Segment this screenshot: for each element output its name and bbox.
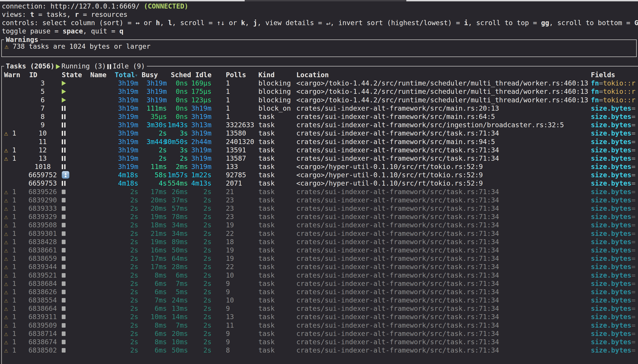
- task-row[interactable]: 83h19m35µs0ns3h19m1taskcrates/sui-indexe…: [2, 112, 638, 121]
- cell-state: [62, 188, 82, 196]
- task-row[interactable]: 113h19m3m44s30m50s2h44m2401320taskcrates…: [2, 138, 638, 146]
- field-key: fn: [591, 96, 599, 104]
- task-row[interactable]: ⚠ 1133h19m2s2s3h19m13587taskcrates/sui-i…: [2, 154, 638, 162]
- task-row[interactable]: ⚠ 168385542s7ms24ms2s10taskcrates/sui-in…: [2, 296, 638, 304]
- cell-kind: blocking: [258, 96, 296, 104]
- column-header-location[interactable]: Location: [296, 71, 590, 79]
- cell-warn: ⚠ 1: [4, 212, 28, 221]
- cell-kind: task: [258, 254, 296, 262]
- task-row[interactable]: ⚠ 168386262s6ms5ms2s9taskcrates/sui-inde…: [2, 288, 638, 296]
- column-header-fields[interactable]: Fields: [591, 71, 638, 79]
- cell-sched: 50ms: [161, 246, 188, 254]
- cell-idle: 3h19m: [184, 112, 212, 121]
- warning-icon: ⚠: [4, 221, 12, 229]
- task-row[interactable]: ⚠ 168395092s8ms7ms2s11taskcrates/sui-ind…: [2, 321, 638, 330]
- cell-id: 6839290: [27, 196, 58, 204]
- cell-location: crates/sui-indexer-alt-framework/src/tas…: [296, 288, 590, 296]
- task-row[interactable]: ⚠ 168393332s20ms57ms2s23taskcrates/sui-i…: [2, 204, 638, 212]
- task-row[interactable]: 63h19m3h19m0ns123µs1blocking<cargo>/toki…: [2, 96, 638, 104]
- field-equals: =: [632, 304, 636, 312]
- task-row[interactable]: ⚠ 168393012s21ms34ms2s22taskcrates/sui-i…: [2, 229, 638, 238]
- field-key: size.bytes: [591, 179, 632, 187]
- column-header-kind[interactable]: Kind: [258, 71, 296, 79]
- cell-sched: 24ms: [161, 296, 188, 304]
- warn-count: 1: [12, 204, 16, 212]
- cell-fields: size.bytes=: [591, 246, 638, 254]
- field-equals: =: [599, 96, 603, 104]
- cell-kind: task: [258, 229, 296, 238]
- task-row[interactable]: ⚠ 168384282s19ms89ms2s18taskcrates/sui-i…: [2, 238, 638, 246]
- info-text: j: [253, 19, 257, 27]
- task-row[interactable]: 10183h19m11ms2ms3h19m133task<cargo>/hype…: [2, 162, 638, 171]
- column-header-name[interactable]: Name: [90, 71, 110, 79]
- task-row[interactable]: 33h19m3h19m0ns169µs1blocking<cargo>/toki…: [2, 79, 638, 87]
- cell-location: crates/sui-indexer-alt-framework/src/tas…: [296, 262, 590, 271]
- field-key: fn: [591, 79, 599, 87]
- field-key: size.bytes: [591, 146, 632, 154]
- cell-fields: size.bytes=: [591, 146, 638, 154]
- cell-total: 2s: [111, 196, 138, 204]
- task-row[interactable]: 53h19m3h19m0ns175µs1blocking<cargo>/toki…: [2, 87, 638, 96]
- field-equals: =: [632, 338, 636, 346]
- column-header-busy[interactable]: Busy: [142, 71, 168, 79]
- task-row[interactable]: ⚠ 168393292s19ms78ms2s23taskcrates/sui-i…: [2, 212, 638, 221]
- window-top-strip-segment: [245, 0, 406, 1]
- task-row[interactable]: ⚠ 168386842s6ms7ms2s9taskcrates/sui-inde…: [2, 280, 638, 288]
- cell-state: [62, 196, 82, 204]
- task-row[interactable]: ⚠ 168393442s17ms28ms2s22taskcrates/sui-i…: [2, 262, 638, 271]
- task-row[interactable]: ⚠ 168393112s10ms14ms2s13taskcrates/sui-i…: [2, 312, 638, 321]
- warn-count: 1: [12, 221, 16, 229]
- cell-fields: size.bytes=: [591, 196, 638, 204]
- task-row[interactable]: ⚠ 168386592s17ms64ms2s19taskcrates/sui-i…: [2, 254, 638, 262]
- task-row[interactable]: ⚠ 1123h19m2s3s3h19m13591taskcrates/sui-i…: [2, 146, 638, 154]
- column-header-sched[interactable]: Sched: [171, 71, 198, 79]
- cell-location: crates/sui-indexer-alt-framework/src/tas…: [296, 238, 590, 246]
- cell-location: crates/sui-indexer-alt-framework/src/mai…: [296, 112, 590, 121]
- cell-idle: 2s: [184, 330, 212, 338]
- info-line-4: toggle pause = space, quit = q: [2, 27, 638, 35]
- task-row[interactable]: ⚠ 168395212s8ms6ms2s10taskcrates/sui-ind…: [2, 271, 638, 280]
- field-key: size.bytes: [591, 263, 632, 271]
- cell-kind: task: [258, 238, 296, 246]
- cell-state: [62, 87, 82, 96]
- task-row[interactable]: 66597534m18s4s554ms4m13s2071task<cargo>/…: [2, 179, 638, 188]
- idle-state-icon: [62, 131, 66, 136]
- task-row[interactable]: ⚠ 1103h19m2s3s3h19m13580taskcrates/sui-i…: [2, 129, 638, 137]
- task-row[interactable]: ⚠ 168386742s8ms10ms2s9taskcrates/sui-ind…: [2, 338, 638, 346]
- stopped-state-icon: [62, 264, 66, 269]
- task-row[interactable]: ⚠ 168387142s6ms20ms2s9taskcrates/sui-ind…: [2, 330, 638, 338]
- cell-sched: 3s: [161, 129, 188, 137]
- stopped-state-icon: [62, 340, 66, 344]
- column-header-idle[interactable]: Idle: [195, 71, 222, 79]
- task-row[interactable]: ⚠ 168395262s17ms26ms2s21taskcrates/sui-i…: [2, 188, 638, 196]
- cell-location: crates/sui-indexer-alt-framework/src/tas…: [296, 146, 590, 154]
- stopped-state-icon: [62, 214, 66, 219]
- cell-id: 6838661: [27, 246, 58, 254]
- column-header-state[interactable]: State: [62, 71, 82, 79]
- stopped-state-icon: [62, 323, 66, 328]
- task-row[interactable]: ⚠ 168386642s6ms13ms2s9taskcrates/sui-ind…: [2, 304, 638, 312]
- cell-kind: task: [258, 162, 296, 171]
- cell-idle: 2s: [184, 338, 212, 346]
- cell-state: [62, 280, 82, 288]
- cell-sched: 0ns: [161, 112, 188, 121]
- task-row[interactable]: ⚠ 168395082s18ms34ms2s19taskcrates/sui-i…: [2, 221, 638, 229]
- column-header-polls[interactable]: Polls: [226, 71, 258, 79]
- cell-fields: size.bytes=: [591, 280, 638, 288]
- column-header-id[interactable]: ID: [29, 71, 60, 79]
- cell-kind: task: [258, 246, 296, 254]
- task-row[interactable]: 73h19m111ms0ns3h19m1block_oncrates/sui-i…: [2, 104, 638, 112]
- cell-id: 6839509: [27, 321, 58, 330]
- cell-id: 6838502: [27, 346, 58, 354]
- task-row[interactable]: ⚠ 168386612s16ms50ms2s19taskcrates/sui-i…: [2, 246, 638, 254]
- cell-polls: 18: [226, 238, 258, 246]
- sort-indicator-icon: ▿: [135, 72, 138, 78]
- column-header-warn[interactable]: Warn: [4, 71, 28, 79]
- cell-idle: 2s: [184, 296, 212, 304]
- task-row[interactable]: 93h19m3m30s1m43s3h13m3322633taskcrates/s…: [2, 121, 638, 129]
- task-row[interactable]: ⚠ 168392902s20ms37ms2s23taskcrates/sui-i…: [2, 196, 638, 204]
- warn-count: 1: [12, 230, 16, 238]
- cell-sched: 37ms: [161, 196, 188, 204]
- task-row[interactable]: ⚠ 168385022s6ms50ms2s8taskcrates/sui-ind…: [2, 346, 638, 354]
- task-row[interactable]: 66597524m18s58s1m57s1m22s92785task<cargo…: [2, 171, 638, 179]
